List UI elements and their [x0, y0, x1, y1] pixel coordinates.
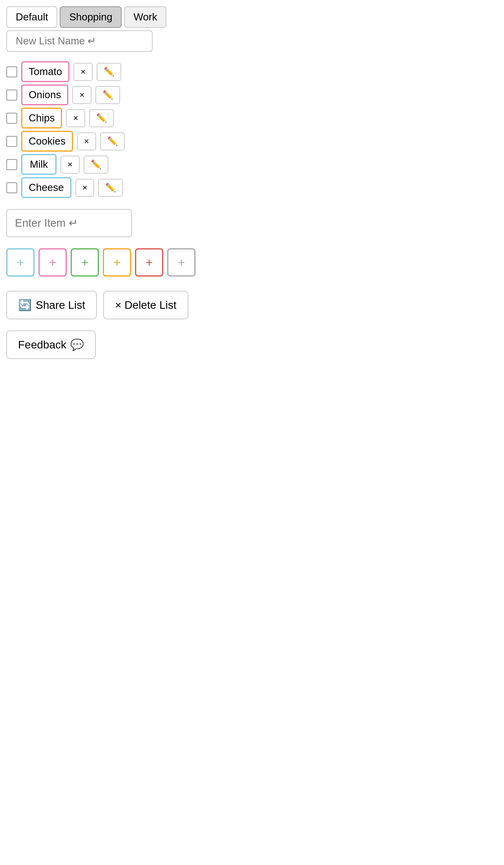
color-button-group: ++++++: [6, 248, 246, 277]
item-label: Onions: [21, 84, 68, 105]
feedback-button[interactable]: Feedback 💬: [6, 330, 96, 359]
item-checkbox[interactable]: [6, 182, 17, 193]
share-icon: 🔄: [18, 299, 32, 312]
item-edit-button[interactable]: ✏️: [97, 63, 121, 81]
share-list-button[interactable]: 🔄 Share List: [6, 291, 97, 319]
new-list-input[interactable]: [6, 30, 153, 52]
item-label: Chips: [21, 108, 62, 128]
item-label: Cookies: [21, 131, 73, 152]
item-delete-button[interactable]: ×: [77, 132, 96, 150]
feedback-label: Feedback: [18, 339, 66, 351]
item-delete-button[interactable]: ×: [75, 179, 95, 197]
item-checkbox[interactable]: [6, 113, 17, 124]
item-checkbox[interactable]: [6, 90, 17, 101]
item-edit-button[interactable]: ✏️: [89, 109, 114, 127]
color-add-button-pink[interactable]: +: [38, 248, 67, 277]
delete-list-button[interactable]: × Delete List: [103, 291, 188, 319]
list-item: Cheese×✏️: [6, 177, 246, 198]
item-label: Cheese: [21, 177, 71, 198]
tab-work[interactable]: Work: [124, 6, 166, 28]
color-add-button-gray[interactable]: +: [167, 248, 195, 277]
delete-list-label: × Delete List: [115, 299, 176, 312]
color-add-button-red[interactable]: +: [135, 248, 163, 277]
item-delete-button[interactable]: ×: [60, 156, 80, 174]
item-label: Milk: [21, 154, 57, 175]
item-delete-button[interactable]: ×: [73, 63, 93, 81]
item-checkbox[interactable]: [6, 159, 17, 170]
color-add-button-green[interactable]: +: [71, 248, 99, 277]
list-item: Onions×✏️: [6, 84, 246, 105]
list-item: Tomato×✏️: [6, 61, 246, 82]
list-item: Cookies×✏️: [6, 131, 246, 152]
item-edit-button[interactable]: ✏️: [100, 132, 125, 150]
item-edit-button[interactable]: ✏️: [84, 156, 108, 174]
item-list: Tomato×✏️Onions×✏️Chips×✏️Cookies×✏️Milk…: [6, 61, 246, 198]
action-buttons: 🔄 Share List × Delete List: [6, 291, 246, 319]
item-edit-button[interactable]: ✏️: [98, 179, 123, 197]
item-checkbox[interactable]: [6, 136, 17, 147]
tab-bar: Default Shopping Work: [6, 6, 246, 52]
list-item: Milk×✏️: [6, 154, 246, 175]
color-add-button-cyan[interactable]: +: [6, 248, 35, 277]
item-delete-button[interactable]: ×: [72, 86, 91, 104]
tab-default[interactable]: Default: [6, 6, 57, 28]
tab-shopping[interactable]: Shopping: [60, 6, 122, 28]
item-checkbox[interactable]: [6, 66, 17, 77]
item-delete-button[interactable]: ×: [66, 109, 85, 127]
share-list-label: Share List: [36, 299, 85, 312]
list-item: Chips×✏️: [6, 108, 246, 128]
feedback-icon: 💬: [70, 338, 84, 351]
item-label: Tomato: [21, 61, 69, 82]
item-edit-button[interactable]: ✏️: [95, 86, 120, 104]
enter-item-input[interactable]: [6, 209, 132, 237]
color-add-button-orange[interactable]: +: [103, 248, 131, 277]
